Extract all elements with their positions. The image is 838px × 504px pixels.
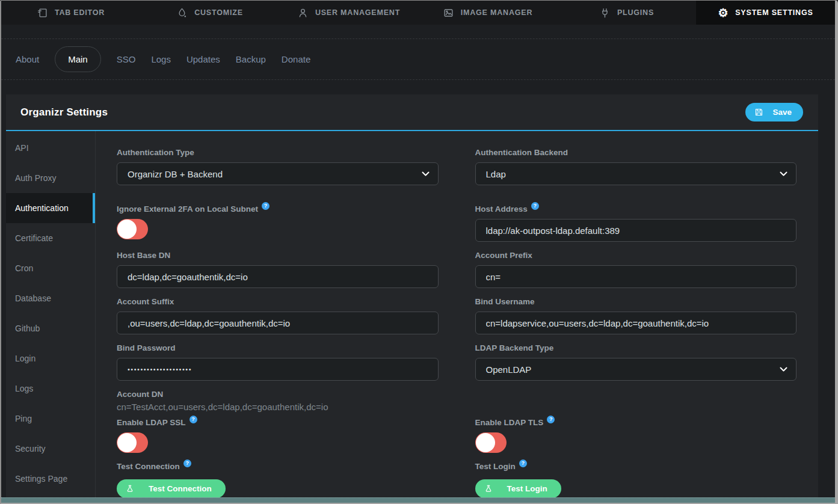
ignore-2fa-toggle[interactable]	[117, 219, 148, 239]
top-nav-bar: TAB EDITOR CUSTOMIZE USER MANAGEMENT IMA…	[1, 1, 835, 25]
test-login-button[interactable]: Test Login	[475, 479, 561, 497]
enable-ldap-tls-label: Enable LDAP TLS ?	[475, 417, 797, 428]
test-login-label: Test Login ?	[475, 461, 797, 472]
bind-password-label: Bind Password	[117, 343, 439, 353]
page-background: Organizr Settings Save API Auth Proxy Au…	[1, 80, 835, 497]
account-prefix-label: Account Prefix	[475, 250, 797, 260]
topnav-label: CUSTOMIZE	[194, 8, 243, 17]
host-base-dn-label: Host Base DN	[117, 250, 439, 260]
tab-editor-icon	[37, 7, 48, 19]
topnav-user-management[interactable]: USER MANAGEMENT	[279, 1, 418, 25]
topnav-tab-editor[interactable]: TAB EDITOR	[1, 1, 140, 25]
bottom-scroll-strip[interactable]	[1, 497, 835, 503]
bind-username-label: Bind Username	[475, 297, 797, 307]
sidebar-item-settings-page[interactable]: Settings Page	[6, 464, 95, 494]
help-icon[interactable]: ?	[189, 416, 197, 423]
sidebar-item-certificate[interactable]: Certificate	[6, 223, 95, 253]
help-icon[interactable]: ?	[183, 459, 191, 467]
help-icon[interactable]: ?	[262, 202, 270, 210]
gear-icon: ⚙	[718, 7, 729, 19]
enable-ldap-tls-toggle[interactable]	[475, 432, 507, 453]
sidebar-item-api[interactable]: API	[6, 133, 95, 163]
toggle-knob	[117, 220, 137, 239]
test-connection-label: Test Connection ?	[117, 461, 439, 472]
test-connection-button[interactable]: Test Connection	[117, 479, 226, 497]
settings-sub-nav: About Main SSO Logs Updates Backup Donat…	[1, 38, 835, 80]
sidebar-item-logs[interactable]: Logs	[6, 373, 95, 404]
sidebar-item-auth-proxy[interactable]: Auth Proxy	[6, 163, 95, 193]
organizr-app-window: TAB EDITOR CUSTOMIZE USER MANAGEMENT IMA…	[0, 0, 838, 504]
sidebar-item-cron[interactable]: Cron	[6, 253, 95, 283]
test-connection-button-label: Test Connection	[149, 484, 212, 493]
subnav-item-sso[interactable]: SSO	[117, 54, 136, 64]
ldap-backend-type-label: LDAP Backend Type	[475, 343, 797, 353]
save-button[interactable]: Save	[745, 103, 803, 121]
organizr-settings-panel: Organizr Settings Save API Auth Proxy Au…	[6, 94, 818, 497]
flask-icon	[126, 484, 134, 493]
help-icon[interactable]: ?	[519, 459, 527, 467]
account-suffix-label: Account Suffix	[117, 297, 439, 307]
account-dn-label: Account DN	[117, 389, 439, 399]
save-button-label: Save	[772, 108, 792, 117]
user-icon	[297, 7, 309, 19]
sidebar-item-github[interactable]: Github	[6, 313, 95, 343]
sidebar-item-ping[interactable]: Ping	[6, 404, 95, 434]
host-base-dn-input[interactable]	[117, 265, 439, 288]
authentication-type-select[interactable]: Organizr DB + Backend	[117, 162, 439, 185]
enable-ldap-ssl-label: Enable LDAP SSL ?	[117, 417, 439, 428]
topnav-label: IMAGE MANAGER	[461, 8, 532, 17]
customize-icon	[176, 7, 188, 19]
settings-sidebar: API Auth Proxy Authentication Certificat…	[6, 131, 96, 497]
image-icon	[443, 7, 454, 19]
flask-icon	[484, 484, 493, 493]
test-login-button-label: Test Login	[507, 484, 547, 493]
bind-password-input[interactable]	[117, 358, 439, 381]
subnav-item-backup[interactable]: Backup	[236, 54, 266, 64]
subnav-item-donate[interactable]: Donate	[282, 54, 310, 64]
topnav-system-settings[interactable]: ⚙ SYSTEM SETTINGS	[696, 1, 835, 25]
plug-icon	[599, 7, 611, 19]
authentication-backend-label: Authentication Backend	[475, 147, 797, 158]
topnav-plugins[interactable]: PLUGINS	[557, 1, 696, 25]
page-title: Organizr Settings	[20, 106, 108, 118]
topnav-label: PLUGINS	[617, 8, 654, 17]
authentication-settings-form: Authentication Type Organizr DB + Backen…	[96, 131, 818, 497]
toggle-knob	[117, 433, 137, 452]
enable-ldap-ssl-toggle[interactable]	[117, 432, 148, 453]
host-address-input[interactable]	[475, 219, 797, 242]
account-dn-value: cn=TestAcct,ou=users,dc=ldap,dc=goauthen…	[117, 402, 439, 412]
panel-header: Organizr Settings Save	[6, 94, 818, 131]
authentication-backend-select[interactable]: Ldap	[475, 162, 797, 185]
help-icon[interactable]: ?	[547, 416, 555, 423]
topnav-label: USER MANAGEMENT	[315, 8, 400, 17]
help-icon[interactable]: ?	[531, 202, 539, 210]
authentication-type-label: Authentication Type	[117, 147, 439, 158]
panel-body: API Auth Proxy Authentication Certificat…	[6, 131, 818, 497]
topnav-customize[interactable]: CUSTOMIZE	[140, 1, 279, 25]
sidebar-item-login[interactable]: Login	[6, 343, 95, 373]
ldap-backend-type-select[interactable]: OpenLDAP	[475, 358, 797, 381]
subnav-item-updates[interactable]: Updates	[186, 54, 220, 64]
toggle-knob	[476, 433, 495, 452]
spacer	[1, 25, 835, 38]
subnav-item-about[interactable]: About	[16, 54, 39, 64]
topnav-label: SYSTEM SETTINGS	[735, 8, 813, 17]
host-address-label: Host Address ?	[475, 204, 797, 214]
topnav-label: TAB EDITOR	[55, 8, 105, 17]
floppy-disk-icon	[754, 108, 763, 117]
account-suffix-input[interactable]	[117, 312, 439, 334]
topnav-image-manager[interactable]: IMAGE MANAGER	[418, 1, 557, 25]
subnav-item-logs[interactable]: Logs	[151, 54, 171, 64]
sidebar-item-authentication[interactable]: Authentication	[6, 193, 95, 223]
account-prefix-input[interactable]	[475, 265, 797, 288]
bind-username-input[interactable]	[475, 312, 797, 334]
ignore-2fa-label: Ignore External 2FA on Local Subnet ?	[117, 204, 439, 214]
sidebar-item-security[interactable]: Security	[6, 434, 95, 464]
sidebar-item-database[interactable]: Database	[6, 283, 95, 313]
subnav-item-main[interactable]: Main	[55, 46, 101, 72]
